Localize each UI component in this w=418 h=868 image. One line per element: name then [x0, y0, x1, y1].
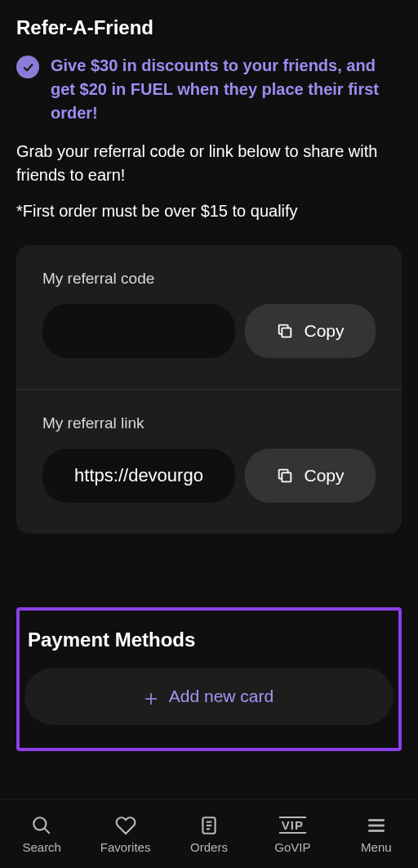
- copy-icon: [276, 467, 294, 485]
- vip-icon: VIP: [282, 815, 303, 836]
- payment-methods-title: Payment Methods: [24, 629, 394, 651]
- copy-link-label: Copy: [304, 466, 344, 485]
- promo-text: Give $30 in discounts to your friends, a…: [51, 54, 402, 125]
- svg-rect-0: [282, 328, 291, 337]
- copy-code-button[interactable]: Copy: [245, 304, 376, 358]
- referral-link-section: My referral link https://devourgo Copy: [16, 390, 402, 534]
- refer-a-friend-title: Refer-A-Friend: [16, 16, 402, 39]
- nav-menu-label: Menu: [361, 840, 392, 854]
- nav-orders[interactable]: Orders: [167, 800, 251, 868]
- copy-icon: [276, 322, 294, 340]
- nav-search[interactable]: Search: [0, 800, 83, 868]
- nav-govip-label: GoVIP: [274, 840, 310, 854]
- referral-card: My referral code Copy My referral link: [16, 245, 402, 534]
- nav-orders-label: Orders: [190, 840, 228, 854]
- promo-row: Give $30 in discounts to your friends, a…: [16, 54, 402, 125]
- svg-rect-1: [282, 472, 291, 481]
- copy-code-label: Copy: [304, 321, 344, 341]
- referral-code-section: My referral code Copy: [16, 245, 402, 389]
- svg-point-4: [33, 817, 46, 830]
- bottom-nav: Search Favorites Orders VIP GoVIP: [0, 799, 418, 868]
- add-card-label: Add new card: [169, 687, 273, 706]
- referral-link-value[interactable]: https://devourgo: [42, 449, 235, 503]
- nav-menu[interactable]: Menu: [335, 800, 418, 868]
- heart-icon: [115, 815, 136, 836]
- nav-favorites[interactable]: Favorites: [83, 800, 167, 868]
- copy-link-button[interactable]: Copy: [245, 449, 376, 503]
- receipt-icon: [198, 815, 220, 836]
- payment-methods-section: Payment Methods Add new card: [16, 607, 402, 751]
- referral-description: Grab your referral code or link below to…: [16, 140, 402, 187]
- nav-favorites-label: Favorites: [100, 840, 151, 854]
- search-icon: [31, 815, 52, 836]
- referral-code-value[interactable]: [42, 304, 235, 358]
- check-icon: [16, 56, 39, 78]
- plus-icon: [145, 690, 158, 703]
- hamburger-icon: [366, 815, 387, 836]
- nav-govip[interactable]: VIP GoVIP: [251, 800, 334, 868]
- referral-link-label: My referral link: [42, 414, 376, 432]
- referral-qualifier: *First order must be over $15 to qualify: [16, 202, 402, 221]
- nav-search-label: Search: [22, 840, 61, 854]
- add-new-card-button[interactable]: Add new card: [24, 668, 394, 725]
- referral-code-label: My referral code: [42, 270, 376, 288]
- svg-line-5: [44, 828, 50, 834]
